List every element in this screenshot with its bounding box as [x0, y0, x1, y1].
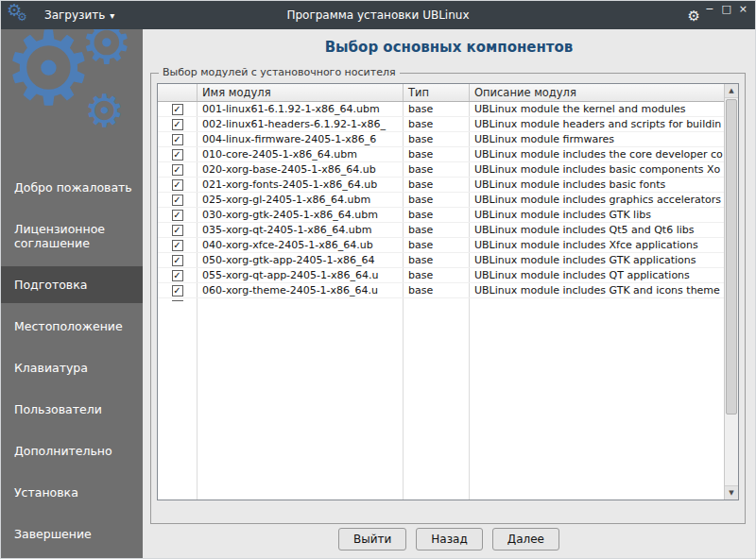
sidebar-item[interactable]: Местоположение — [1, 308, 143, 345]
module-name: 055-xorg-qt-app-2405-1-x86_64.u — [198, 268, 404, 282]
vertical-scrollbar[interactable]: ▲ ▼ — [724, 84, 738, 500]
checkbox-checked-icon[interactable]: ✓ — [172, 149, 183, 161]
sidebar-item[interactable]: Завершение — [1, 516, 143, 552]
row-select-cell[interactable]: ✓ — [158, 223, 198, 237]
scroll-down-arrow-icon[interactable]: ▼ — [725, 485, 738, 500]
module-description: UBLinux module includes GTK applications — [470, 253, 724, 267]
header-checkbox-column[interactable] — [158, 84, 198, 101]
row-select-cell[interactable]: ✓ — [158, 132, 198, 146]
scroll-up-arrow-icon[interactable]: ▲ — [725, 84, 738, 98]
maximize-button[interactable]: □ — [721, 4, 730, 14]
checkbox-checked-icon[interactable]: ✓ — [172, 210, 183, 221]
module-description: UBLinux module includes QT applications — [470, 268, 724, 282]
module-description: UBLinux module includes basic fonts — [470, 178, 724, 192]
table-row[interactable]: ✓020-xorg-base-2405-1-x86_64.ubbaseUBLin… — [158, 162, 724, 178]
wizard-buttons: Выйти Назад Далее — [143, 528, 755, 551]
header-module-name[interactable]: Имя модуля — [198, 84, 404, 101]
checkbox-checked-icon[interactable]: ✓ — [172, 225, 183, 236]
module-name: 025-xorg-gl-2405-1-x86_64.ubm — [198, 193, 404, 207]
sidebar: ⚙ ⚙ ⚙ Добро пожаловатьЛицензионное согла… — [1, 29, 143, 558]
load-menu-button[interactable]: Загрузить ▾ — [39, 5, 120, 25]
module-name: 020-xorg-base-2405-1-x86_64.ub — [198, 162, 404, 177]
table-row[interactable]: ✓025-xorg-gl-2405-1-x86_64.ubmbaseUBLinu… — [158, 193, 724, 208]
sidebar-item[interactable]: Лицензионное соглашение — [1, 211, 143, 262]
module-description: UBLinux module includes GTK libs — [470, 208, 724, 222]
table-row[interactable]: ✓055-xorg-qt-app-2405-1-x86_64.ubaseUBLi… — [158, 268, 724, 283]
exit-button[interactable]: Выйти — [338, 528, 406, 551]
row-select-cell[interactable]: ✓ — [158, 268, 198, 282]
table-row[interactable]: ✓060-xorg-theme-2405-1-x86_64.ubaseUBLin… — [158, 283, 724, 298]
scrollbar-thumb[interactable] — [726, 99, 737, 415]
row-select-cell[interactable]: ✓ — [158, 117, 198, 131]
table-row[interactable]: ✓040-xorg-xfce-2405-1-x86_64.ubbaseUBLin… — [158, 238, 724, 253]
table-row[interactable]: ✓021-xorg-fonts-2405-1-x86_64.ubbaseUBLi… — [158, 178, 724, 193]
table-row[interactable]: ✓010-core-2405-1-x86_64.ubmbaseUBLinux m… — [158, 147, 724, 162]
module-type: base — [404, 193, 470, 207]
settings-gear-icon[interactable]: ⚙ — [688, 8, 700, 25]
sidebar-item[interactable]: Дополнительно — [1, 432, 143, 469]
close-button[interactable]: × — [739, 4, 747, 14]
filler-cell — [158, 301, 198, 500]
table-row[interactable]: ✓030-xorg-gtk-2405-1-x86_64.ubmbaseUBLin… — [158, 208, 724, 223]
table-row[interactable]: ✓004-linux-firmware-2405-1-x86_6baseUBLi… — [158, 132, 724, 147]
module-name: 060-xorg-theme-2405-1-x86_64.u — [198, 283, 404, 297]
row-select-cell[interactable]: ✓ — [158, 162, 198, 177]
modules-table: Имя модуля Тип Описание модуля ✓001-linu… — [157, 83, 739, 500]
checkbox-checked-icon[interactable]: ✓ — [172, 179, 183, 191]
app-logo-icon: ⚙ ⚙ — [7, 3, 31, 27]
minimize-button[interactable]: − — [705, 4, 713, 14]
sidebar-item[interactable]: Пользователи — [1, 391, 143, 428]
checkbox-checked-icon[interactable]: ✓ — [172, 134, 183, 145]
row-select-cell[interactable]: ✓ — [158, 283, 198, 297]
row-select-cell[interactable]: ✓ — [158, 147, 198, 161]
next-button[interactable]: Далее — [492, 528, 559, 551]
sidebar-item[interactable]: Клавиатура — [1, 349, 143, 386]
filler-cell — [404, 301, 470, 500]
groupbox-label: Выбор модулей с установочного носителя — [159, 66, 400, 78]
checkbox-checked-icon[interactable]: ✓ — [172, 240, 183, 251]
table-header: Имя модуля Тип Описание модуля — [158, 84, 724, 102]
checkbox-checked-icon[interactable]: ✓ — [172, 270, 183, 281]
module-type: base — [404, 253, 470, 267]
checkbox-checked-icon[interactable]: ✓ — [172, 164, 183, 176]
chevron-down-icon: ▾ — [110, 10, 114, 21]
checkbox-checked-icon[interactable]: ✓ — [172, 195, 183, 206]
module-type: base — [404, 102, 470, 116]
module-name: 050-xorg-gtk-app-2405-1-x86_64 — [198, 253, 404, 267]
row-select-cell[interactable]: ✓ — [158, 102, 198, 116]
header-module-type[interactable]: Тип — [404, 84, 470, 101]
module-type: base — [404, 268, 470, 282]
checkbox-checked-icon[interactable]: ✓ — [172, 119, 183, 130]
back-button[interactable]: Назад — [416, 528, 482, 551]
checkbox-checked-icon[interactable]: ✓ — [172, 104, 183, 115]
table-row[interactable]: ✓001-linux61-6.1.92-1-x86_64.ubmbaseUBLi… — [158, 102, 724, 117]
module-name: 040-xorg-xfce-2405-1-x86_64.ub — [198, 238, 404, 252]
header-module-description[interactable]: Описание модуля — [470, 84, 724, 101]
medium-gear-icon: ⚙ — [80, 29, 133, 73]
module-type: base — [404, 283, 470, 297]
sidebar-item[interactable]: Подготовка — [1, 266, 143, 303]
sidebar-item[interactable]: Установка — [1, 474, 143, 511]
module-type: base — [404, 162, 470, 177]
row-select-cell[interactable]: ✓ — [158, 253, 198, 267]
module-description: UBLinux module includes GTK and icons th… — [470, 283, 724, 297]
checkbox-checked-icon[interactable]: ✓ — [172, 255, 183, 266]
filler-cell — [470, 301, 724, 500]
page-title: Выбор основных компонентов — [143, 39, 755, 56]
checkbox-checked-icon[interactable]: ✓ — [172, 285, 183, 296]
table-row[interactable]: ✓002-linux61-headers-6.1.92-1-x86_baseUB… — [158, 117, 724, 132]
module-description: UBLinux module includes Xfce application… — [470, 238, 724, 252]
table-row[interactable]: ✓035-xorg-qt-2405-1-x86_64.ubmbaseUBLinu… — [158, 223, 724, 238]
sidebar-item[interactable]: Добро пожаловать — [1, 169, 143, 206]
row-select-cell[interactable]: ✓ — [158, 193, 198, 207]
module-description: UBLinux module firmwares — [470, 132, 724, 146]
module-type: base — [404, 223, 470, 237]
module-type: base — [404, 178, 470, 192]
module-name: 021-xorg-fonts-2405-1-x86_64.ub — [198, 178, 404, 192]
table-row[interactable]: ✓050-xorg-gtk-app-2405-1-x86_64baseUBLin… — [158, 253, 724, 268]
module-table-rows: ✓001-linux61-6.1.92-1-x86_64.ubmbaseUBLi… — [158, 102, 724, 301]
row-select-cell[interactable]: ✓ — [158, 238, 198, 252]
sidebar-gears-graphic: ⚙ ⚙ ⚙ — [1, 29, 143, 161]
row-select-cell[interactable]: ✓ — [158, 208, 198, 222]
row-select-cell[interactable]: ✓ — [158, 178, 198, 192]
